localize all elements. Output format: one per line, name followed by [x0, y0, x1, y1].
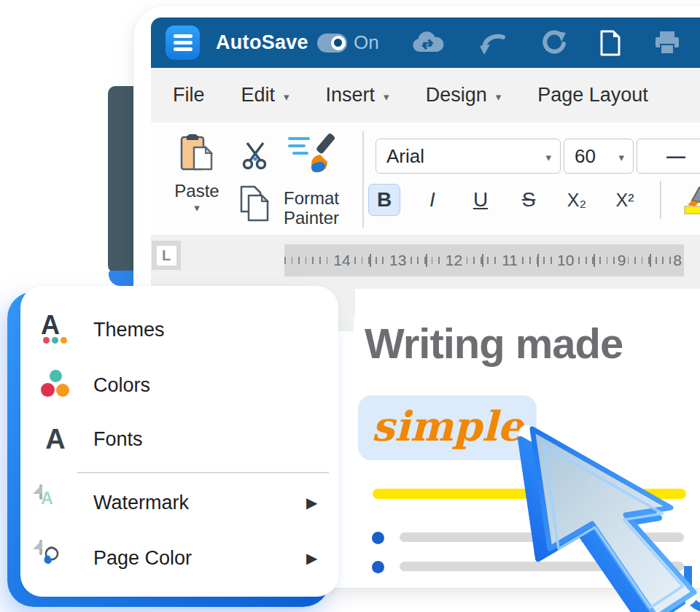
format-painter-label[interactable]: Format Painter	[284, 188, 339, 228]
decor-dark-strip	[108, 86, 136, 273]
subscript-button[interactable]: X₂	[561, 184, 593, 216]
menu-item-watermark[interactable]: A Watermark ▶	[20, 482, 338, 523]
menu-item-fonts[interactable]: A Fonts	[20, 419, 338, 460]
chevron-down-icon: ▾	[384, 90, 389, 104]
menu-item-colors[interactable]: Colors	[20, 365, 338, 406]
ruler-mid-tick	[594, 254, 595, 267]
bullet-dot	[372, 532, 384, 544]
themes-icon: A	[39, 313, 71, 346]
menu-item-page-color[interactable]: Page Color ▶	[20, 538, 338, 578]
ribbon-toolbar: Paste ▾ Format Painter Arial ▾ 60	[151, 123, 700, 235]
chevron-down-icon: ▾	[284, 90, 289, 104]
cloud-sync-icon[interactable]	[410, 30, 446, 56]
fonts-icon: A	[39, 422, 71, 456]
colors-icon	[39, 368, 71, 402]
chevron-down-icon: ▾	[496, 90, 502, 104]
menu-item-edit[interactable]: Edit▾	[241, 84, 289, 106]
decrease-font-button[interactable]: —	[637, 139, 700, 174]
promo-screenshot: AutoSave On	[0, 0, 700, 612]
ruler-mid-tick	[426, 254, 427, 267]
menu-bar: File Edit▾ Insert▾ Design▾ Page Layout	[151, 68, 700, 123]
strikethrough-button[interactable]: S	[513, 184, 545, 216]
redo-icon[interactable]	[540, 30, 567, 56]
ruler-number: 10	[555, 252, 576, 269]
decor-blue-strip-cap	[109, 271, 136, 286]
autosave-label: AutoSave	[216, 31, 308, 54]
format-painter-icon[interactable]	[287, 131, 342, 178]
paste-label: Paste	[170, 181, 224, 201]
bullet-dot	[372, 561, 384, 573]
paste-button[interactable]: Paste ▾	[170, 133, 224, 213]
menu-item-themes[interactable]: A Themes	[20, 309, 338, 350]
paste-clipboard-icon	[179, 165, 214, 177]
format-buttons-row: B I U S X₂ X²	[368, 184, 700, 216]
menu-item-file[interactable]: File	[173, 84, 205, 106]
cut-icon[interactable]	[240, 140, 271, 174]
hamburger-menu-icon[interactable]	[166, 26, 200, 60]
print-icon[interactable]	[653, 30, 681, 56]
new-document-icon[interactable]	[599, 29, 621, 57]
title-bar: AutoSave On	[151, 18, 700, 68]
undo-icon[interactable]	[478, 30, 508, 56]
chevron-right-icon: ▶	[306, 494, 317, 511]
autosave-toggle[interactable]	[317, 34, 347, 53]
ruler-number: 11	[499, 252, 520, 269]
chevron-down-icon: ▾	[170, 201, 224, 214]
font-name-select[interactable]: Arial ▾	[376, 139, 561, 174]
chevron-down-icon: ▾	[545, 151, 560, 164]
italic-button[interactable]: I	[416, 184, 448, 216]
ruler-row: L 141312111098	[151, 235, 700, 289]
watermark-icon: A	[39, 486, 71, 519]
ruler-number: 9	[615, 252, 629, 269]
ruler-number: 8	[671, 252, 684, 269]
hero-headline: Writing made	[365, 321, 623, 366]
chevron-down-icon: ▾	[618, 151, 633, 164]
ruler-number: 13	[387, 252, 408, 269]
tab-stop-label: L	[157, 246, 176, 266]
menu-divider	[77, 472, 329, 473]
menu-item-page-layout[interactable]: Page Layout	[537, 84, 648, 106]
font-size-select[interactable]: 60 ▾	[564, 139, 634, 174]
ruler-strip[interactable]: 141312111098	[284, 244, 684, 276]
toolbar-divider	[660, 181, 661, 219]
menu-item-design[interactable]: Design▾	[426, 84, 502, 106]
ruler-number: 12	[443, 252, 464, 269]
ruler-mid-tick	[537, 254, 539, 267]
ruler-mid-tick	[650, 254, 651, 267]
autosave-state-label: On	[354, 31, 379, 54]
ruler-mid-tick	[482, 254, 483, 267]
ruler-mid-tick	[370, 254, 371, 267]
bold-button[interactable]: B	[368, 184, 400, 216]
ruler-number: 14	[331, 252, 352, 269]
toolbar-divider	[362, 131, 364, 228]
underline-button[interactable]: U	[464, 184, 497, 216]
tab-stop-selector[interactable]: L	[152, 241, 181, 270]
chevron-right-icon: ▶	[306, 549, 317, 567]
menu-item-insert[interactable]: Insert▾	[326, 84, 389, 106]
highlighter-icon[interactable]	[677, 182, 700, 218]
superscript-button[interactable]: X²	[609, 184, 641, 216]
page-color-icon	[39, 541, 71, 575]
copy-icon[interactable]	[238, 184, 272, 226]
design-dropdown-menu: A Themes Colors A Fonts A Watermark ▶	[20, 286, 338, 597]
cursor-3d-arrow-icon	[481, 394, 700, 612]
